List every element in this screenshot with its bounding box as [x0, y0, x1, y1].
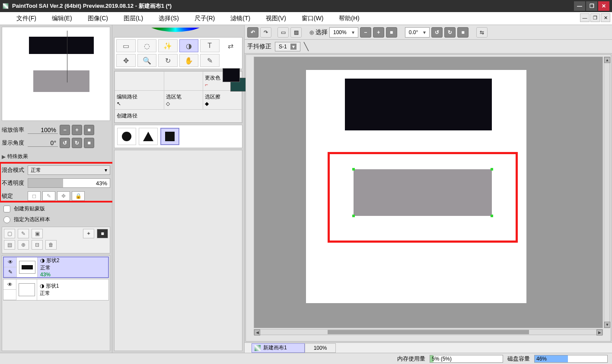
marquee-tool[interactable]: ▭	[116, 39, 136, 52]
menu-layer[interactable]: 图层(L)	[118, 13, 148, 24]
merge-down-button[interactable]: ▤	[4, 240, 15, 250]
zoom-out-button[interactable]: −	[60, 125, 70, 135]
clear-button[interactable]: ⊟	[32, 240, 43, 250]
color-swatches[interactable]	[223, 68, 240, 96]
navigator-panel[interactable]	[2, 27, 110, 121]
maximize-button[interactable]: ❐	[586, 1, 597, 11]
lock-all-button[interactable]: 🔒	[72, 191, 85, 201]
canvas-viewport[interactable]	[254, 57, 603, 328]
zoom-fit-button-tb[interactable]: ■	[386, 27, 397, 38]
invert-button[interactable]: ▨	[290, 27, 302, 38]
mdi-close-button[interactable]: ✕	[601, 13, 610, 22]
zoom-in-button-tb[interactable]: +	[373, 27, 384, 38]
layer-item-shape1[interactable]: 👁 ◑ 形状1 正常	[3, 279, 109, 301]
zoom-in-button[interactable]: +	[72, 125, 82, 135]
zoom-out-button-tb[interactable]: −	[360, 27, 371, 38]
rotate-tool[interactable]: ↻	[158, 54, 178, 67]
zoom-reset-button[interactable]: ■	[84, 125, 94, 135]
move-tool[interactable]: ✥	[116, 54, 136, 67]
foreground-color-swatch[interactable]	[223, 68, 240, 82]
mask-button[interactable]: ■	[97, 229, 108, 238]
rotate-cw-button-tb[interactable]: ↻	[444, 27, 456, 38]
hand-tool[interactable]: ✋	[179, 54, 199, 67]
undo-button[interactable]: ↶	[247, 27, 258, 38]
scroll-up-button[interactable]: ▲	[604, 57, 610, 63]
menu-file[interactable]: 文件(F)	[11, 13, 41, 24]
close-button[interactable]: ✕	[598, 1, 609, 11]
rotate-ccw-button[interactable]: ↺	[60, 138, 70, 148]
menu-help[interactable]: 帮助(H)	[334, 13, 364, 24]
vertical-scrollbar[interactable]: ▲ ▼	[604, 57, 610, 328]
layer-opacity: 43%	[40, 272, 105, 278]
selection-source-radio[interactable]: 指定为选区样本	[0, 214, 112, 225]
angle-label: 显示角度	[2, 139, 28, 147]
menu-image[interactable]: 图像(C)	[83, 13, 113, 24]
clipping-mask-checkbox[interactable]: 创建剪贴蒙版	[0, 203, 112, 214]
line-icon[interactable]: ╲	[304, 42, 309, 51]
mdi-minimize-button[interactable]: —	[580, 13, 590, 22]
lock-pixels-button[interactable]: ✎	[42, 191, 55, 201]
eye-icon[interactable]: 👁	[4, 257, 16, 267]
scroll-left-button[interactable]: ◀	[254, 329, 260, 336]
transfer-button[interactable]: ✦	[83, 229, 94, 238]
canvas-paper[interactable]	[306, 70, 526, 303]
zoom-dropdown[interactable]: 100% ▾	[329, 27, 358, 38]
eye-icon[interactable]: 👁	[3, 279, 16, 290]
selection-pen-cell[interactable]: 选区笔◇	[164, 91, 203, 110]
text-tool[interactable]: T	[200, 39, 220, 52]
shape2-rect[interactable]	[345, 79, 492, 130]
scroll-right-button[interactable]: ▶	[596, 329, 602, 336]
menu-ruler[interactable]: 尺子(R)	[189, 13, 220, 24]
color-wheel[interactable]	[115, 28, 242, 35]
pen-icon[interactable]: ✎	[4, 267, 16, 277]
rotate-reset-button-tb[interactable]: ■	[457, 27, 469, 38]
path-cell-empty[interactable]	[115, 72, 164, 91]
new-folder-button[interactable]: ▣	[32, 229, 43, 238]
menu-edit[interactable]: 编辑(E)	[47, 13, 77, 24]
swap-icon[interactable]: ⇄	[221, 39, 241, 52]
triangle-shape-button[interactable]	[139, 128, 158, 145]
delete-layer-button[interactable]: 🗑	[45, 240, 57, 250]
square-shape-button[interactable]	[160, 128, 179, 145]
mdi-restore-button[interactable]: ❐	[590, 13, 600, 22]
stabilizer-dropdown[interactable]: S-1 ▾	[275, 42, 300, 51]
menu-window[interactable]: 窗口(W)	[296, 13, 329, 24]
angle-value[interactable]: 0°	[28, 139, 58, 147]
new-linework-button[interactable]: ✎	[18, 229, 29, 238]
lock-position-button[interactable]: ✥	[57, 191, 70, 201]
titlebar: PaintTool SAI Ver.2 (64bit) Preview.2019…	[0, 0, 612, 12]
deselect-button[interactable]: ▭	[277, 27, 289, 38]
create-path-cell[interactable]: 创建路径	[115, 110, 242, 123]
new-layer-button[interactable]: ▢	[4, 229, 15, 238]
menu-filter[interactable]: 滤镜(T)	[225, 13, 255, 24]
rotate-reset-button[interactable]: ■	[84, 138, 94, 148]
flip-button[interactable]: ⇆	[476, 27, 488, 38]
edit-slot[interactable]	[3, 290, 16, 300]
layer-item-shape2[interactable]: 👁 ✎ ◑ 形状2 正常 43%	[3, 256, 109, 278]
special-effects-disclosure[interactable]: ▶ 特殊效果	[0, 150, 112, 163]
path-cell-empty[interactable]	[164, 72, 203, 91]
redo-button[interactable]: ↷	[260, 27, 271, 38]
eyedropper-tool[interactable]: ✎	[200, 54, 220, 67]
blend-mode-dropdown[interactable]: 正常 ▾	[28, 165, 110, 175]
menu-view[interactable]: 视图(V)	[261, 13, 291, 24]
lock-none-button[interactable]: ◻	[28, 191, 41, 201]
menu-select[interactable]: 选择(S)	[153, 13, 184, 24]
zoom-tool[interactable]: 🔍	[137, 54, 157, 67]
duplicate-button[interactable]: ⊕	[18, 240, 29, 250]
rotate-ccw-button-tb[interactable]: ↺	[431, 27, 443, 38]
zoom-value[interactable]: 100%	[28, 127, 58, 134]
minimize-button[interactable]: —	[574, 1, 585, 11]
angle-dropdown[interactable]: 0.0° ▾	[405, 27, 430, 38]
hscroll-thumb[interactable]	[328, 330, 529, 334]
lasso-tool[interactable]: ◌	[137, 39, 157, 52]
magic-wand-tool[interactable]: ✨	[158, 39, 178, 52]
opacity-slider[interactable]: 43%	[28, 178, 110, 188]
rotate-cw-button[interactable]: ↻	[72, 138, 82, 148]
document-tab-active[interactable]: 新建画布1	[252, 343, 305, 353]
horizontal-scrollbar[interactable]: ◀ ▶	[254, 329, 603, 335]
scroll-down-button[interactable]: ▼	[604, 322, 610, 328]
circle-shape-button[interactable]	[117, 128, 136, 145]
shape-tool[interactable]: ◑	[179, 39, 199, 52]
edit-path-cell[interactable]: 编辑路径↖	[115, 91, 164, 110]
